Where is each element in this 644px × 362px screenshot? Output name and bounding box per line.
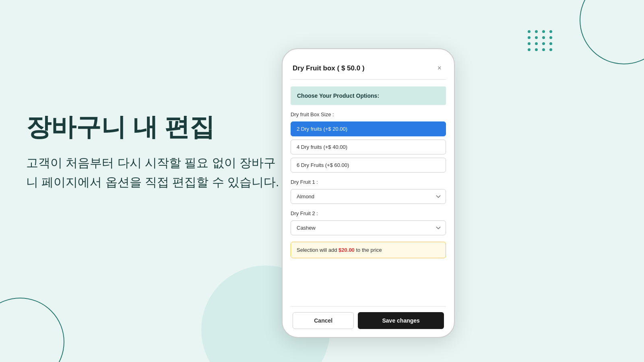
dry-fruit-2-label: Dry Fruit 2 :	[291, 210, 446, 216]
box-size-option-4[interactable]: 4 Dry fruits (+$ 40.00)	[291, 140, 446, 154]
dry-fruit-1-group: Dry Fruit 1 : Almond Cashew Pistachio Wa…	[291, 179, 446, 204]
box-size-label: Dry fruit Box Size :	[291, 111, 446, 117]
modal-header: Dry Fruit box ( $ 50.0 ) ×	[291, 57, 446, 80]
dry-fruit-1-select[interactable]: Almond Cashew Pistachio Walnut	[291, 189, 446, 204]
modal-body: Choose Your Product Options: Dry fruit B…	[291, 80, 446, 306]
dry-fruit-2-group: Dry Fruit 2 : Almond Cashew Pistachio Wa…	[291, 210, 446, 235]
modal-wrapper: Dry Fruit box ( $ 50.0 ) × Choose Your P…	[283, 49, 454, 337]
bg-circle-bottom-left	[0, 298, 64, 362]
phone-container: Dry Fruit box ( $ 50.0 ) × Choose Your P…	[282, 48, 455, 338]
price-notice: Selection will add $20.00 to the price	[291, 242, 446, 258]
bg-dots	[528, 30, 553, 51]
box-size-option-6[interactable]: 6 Dry Fruits (+$ 60.00)	[291, 158, 446, 173]
bg-circle-top-right	[580, 0, 644, 64]
box-size-group: Dry fruit Box Size : 2 Dry fruits (+$ 20…	[291, 111, 446, 173]
dry-fruit-2-select[interactable]: Almond Cashew Pistachio Walnut	[291, 220, 446, 235]
price-notice-amount: $20.00	[339, 247, 355, 253]
close-button[interactable]: ×	[435, 63, 444, 73]
main-title: 장바구니 내 편집	[26, 113, 284, 141]
box-size-option-2[interactable]: 2 Dry fruits (+$ 20.00)	[291, 121, 446, 136]
modal-title: Dry Fruit box ( $ 50.0 )	[293, 64, 365, 72]
dry-fruit-1-label: Dry Fruit 1 :	[291, 179, 446, 185]
box-size-options: 2 Dry fruits (+$ 20.00) 4 Dry fruits (+$…	[291, 121, 446, 173]
price-notice-before: Selection will add	[297, 247, 337, 253]
options-section-title: Choose Your Product Options:	[297, 93, 379, 99]
price-notice-after: to the price	[356, 247, 382, 253]
save-button[interactable]: Save changes	[358, 312, 444, 329]
left-content: 장바구니 내 편집 고객이 처음부터 다시 시작할 필요 없이 장바구니 페이지…	[26, 113, 284, 192]
cancel-button[interactable]: Cancel	[293, 312, 354, 329]
options-section: Choose Your Product Options:	[291, 86, 446, 105]
sub-text: 고객이 처음부터 다시 시작할 필요 없이 장바구니 페이지에서 옵션을 직접 …	[26, 153, 284, 192]
modal-footer: Cancel Save changes	[291, 306, 446, 337]
